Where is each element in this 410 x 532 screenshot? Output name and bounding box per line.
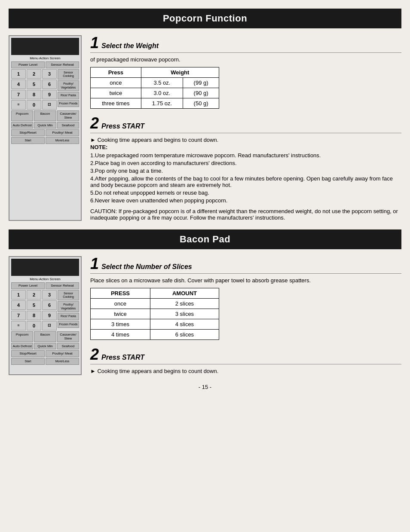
panel-auto-defrost-btn[interactable]: Auto Defrost <box>11 122 33 129</box>
bacon-step2-block: 2 Press START ► Cooking time appears and… <box>90 347 401 374</box>
bacon-panel-btn-3[interactable]: 3 <box>42 290 57 300</box>
popcorn-table-header-weight: Weight <box>141 67 219 78</box>
panel-btn-7[interactable]: 7 <box>11 90 26 99</box>
bacon-panel-autodefrost-row: Auto Defrost Quick Min Seafood <box>11 343 79 350</box>
bacon-panel-sensor-reheat-btn[interactable]: Sensor Reheat <box>46 282 79 289</box>
bacon-amount-4: 6 slices <box>150 330 219 340</box>
bacon-panel-btn-5[interactable]: 5 <box>27 300 41 310</box>
bacon-panel-btn-6[interactable]: 6 <box>42 300 57 310</box>
popcorn-step2-title: Press START <box>101 122 144 130</box>
bacon-panel-poultry-meat-btn[interactable]: Poultry/ Meat <box>46 350 79 357</box>
panel-screen-label: Menu Action Screen <box>11 56 79 60</box>
panel-poultry-meat-btn[interactable]: Poultry/ Meat <box>46 129 79 136</box>
panel-more-less-btn[interactable]: More/Less <box>46 137 79 144</box>
panel-sensor-cooking-btn[interactable]: Sensor Cooking <box>58 69 79 80</box>
panel-autodefrost-row: Auto Defrost Quick Min Seafood <box>11 122 79 129</box>
popcorn-step1-number: 1 <box>90 35 99 51</box>
bacon-step1-desc: Place slices on a microwave safe dish. C… <box>90 277 401 284</box>
panel-stopreset-row: Stop/Reset Poultry/ Meat <box>11 129 79 136</box>
bacon-step1-title: Select the Number of Slices <box>101 263 192 271</box>
bacon-panel-screen <box>11 259 79 276</box>
bacon-panel-power-row: Power Level Sensor Reheat <box>11 282 79 289</box>
panel-btn-func[interactable]: ⊡ <box>42 100 57 110</box>
bacon-panel-sensor-cooking-btn[interactable]: Sensor Cooking <box>58 290 79 301</box>
bacon-panel-btn-2[interactable]: 2 <box>27 290 41 300</box>
popcorn-microwave-panel: Menu Action Screen Power Level Sensor Re… <box>9 35 82 221</box>
bacon-section-content: Menu Action Screen Power Level Sensor Re… <box>9 256 401 375</box>
bacon-panel-btn-1[interactable]: 1 <box>11 290 26 300</box>
popcorn-notes-list: 1.Use prepackaged room temperature micro… <box>90 152 401 204</box>
panel-btn-2[interactable]: 2 <box>27 69 41 79</box>
bacon-panel-quick-min-btn[interactable]: Quick Min <box>34 343 56 350</box>
bacon-panel-btn-9[interactable]: 9 <box>42 311 57 320</box>
panel-btn-5[interactable]: 5 <box>27 79 41 89</box>
bacon-panel-stop-reset-btn[interactable]: Stop/Reset <box>11 350 45 357</box>
panel-sensor-reheat-btn[interactable]: Sensor Reheat <box>46 61 79 68</box>
bacon-panel-btn-7[interactable]: 7 <box>11 311 26 320</box>
bacon-panel-popcorn-btn[interactable]: Popcorn <box>11 331 33 342</box>
bacon-press-4: 4 times <box>91 330 150 340</box>
panel-poultry-veg-btn[interactable]: Poultry/ Vegetables <box>58 80 79 91</box>
panel-quick-min-btn[interactable]: Quick Min <box>34 122 56 129</box>
bacon-panel-btn-func[interactable]: ⊡ <box>42 321 57 330</box>
bacon-step2-number: 2 <box>90 347 99 362</box>
table-row: twice 3.0 oz. (90 g) <box>91 88 219 98</box>
bacon-panel-start-btn[interactable]: Start <box>11 358 45 365</box>
panel-num-grid: 1 2 3 4 5 6 7 8 9 ≡ 0 ⊡ <box>11 69 57 110</box>
popcorn-step1-desc: of prepackaged microwave popcorn. <box>90 56 401 63</box>
table-row: once 2 slices <box>91 299 219 309</box>
panel-frozen-foods-btn[interactable]: Frozen Foods <box>58 100 79 107</box>
bacon-section-header: Bacon Pad <box>9 229 401 249</box>
popcorn-press-1: once <box>91 78 141 88</box>
panel-btn-8[interactable]: 8 <box>27 90 41 99</box>
bacon-panel-btn-8[interactable]: 8 <box>27 311 41 320</box>
panel-popcorn-btn[interactable]: Popcorn <box>11 110 33 121</box>
bacon-panel-start-row: Start More/Less <box>11 358 79 365</box>
panel-start-row: Start More/Less <box>11 137 79 144</box>
bacon-table-header-amount: AMOUNT <box>150 288 219 299</box>
popcorn-right-content: 1 Select the Weight of prepackaged micro… <box>90 35 401 221</box>
bacon-press-1: once <box>91 299 150 309</box>
popcorn-step2-number: 2 <box>90 116 99 131</box>
bacon-panel-side-buttons: Sensor Cooking Poultry/ Vegetables Rice/… <box>58 290 79 330</box>
panel-btn-timer[interactable]: ≡ <box>11 100 26 110</box>
panel-seafood-btn[interactable]: Seafood <box>57 122 79 129</box>
panel-btn-4[interactable]: 4 <box>11 79 26 89</box>
popcorn-press-3: three times <box>91 98 141 109</box>
bacon-panel-auto-defrost-btn[interactable]: Auto Defrost <box>11 343 33 350</box>
bacon-amount-2: 3 slices <box>150 309 219 319</box>
panel-power-level-btn[interactable]: Power Level <box>11 61 45 68</box>
panel-btn-6[interactable]: 6 <box>42 79 57 89</box>
bacon-panel-btn-4[interactable]: 4 <box>11 300 26 310</box>
panel-btn-9[interactable]: 9 <box>42 90 57 99</box>
panel-casserole-btn[interactable]: Casserole/ Stew <box>57 110 79 121</box>
panel-stop-reset-btn[interactable]: Stop/Reset <box>11 129 45 136</box>
popcorn-step2-desc: ► Cooking time appears and begins to cou… <box>90 137 401 143</box>
popcorn-weight-oz-2: 3.0 oz. <box>141 88 183 98</box>
popcorn-weight-g-2: (90 g) <box>183 88 219 98</box>
bacon-panel-casserole-btn[interactable]: Casserole/ Stew <box>57 331 79 342</box>
bacon-panel-btn-timer[interactable]: ≡ <box>11 321 26 330</box>
list-item: 6.Never leave oven unattended when poppi… <box>90 197 401 204</box>
bacon-panel-btn-0[interactable]: 0 <box>27 321 41 330</box>
panel-start-btn[interactable]: Start <box>11 137 45 144</box>
panel-power-row: Power Level Sensor Reheat <box>11 61 79 68</box>
panel-popcorn-row: Popcorn Bacon Casserole/ Stew <box>11 110 79 121</box>
panel-rice-pasta-btn[interactable]: Rice/ Pasta <box>58 92 79 99</box>
bacon-panel-bacon-btn[interactable]: Bacon <box>34 331 56 342</box>
bacon-panel-rice-pasta-btn[interactable]: Rice/ Pasta <box>58 313 79 320</box>
popcorn-caution-text: CAUTION: If pre-packaged popcorn is of a… <box>90 208 398 221</box>
bacon-panel-poultry-veg-btn[interactable]: Poultry/ Vegetables <box>58 301 79 312</box>
table-row: 4 times 6 slices <box>91 330 219 340</box>
panel-btn-0[interactable]: 0 <box>27 100 41 110</box>
panel-num-side-row: 1 2 3 4 5 6 7 8 9 ≡ 0 ⊡ Sensor Cooking P… <box>11 69 79 110</box>
panel-btn-3[interactable]: 3 <box>42 69 57 79</box>
bacon-panel-seafood-btn[interactable]: Seafood <box>57 343 79 350</box>
bacon-panel-frozen-foods-btn[interactable]: Frozen Foods <box>58 321 79 328</box>
bacon-panel-screen-label: Menu Action Screen <box>11 277 79 281</box>
panel-bacon-btn[interactable]: Bacon <box>34 110 56 121</box>
bacon-panel-more-less-btn[interactable]: More/Less <box>46 358 79 365</box>
popcorn-step1-heading: 1 Select the Weight <box>90 35 401 53</box>
panel-btn-1[interactable]: 1 <box>11 69 26 79</box>
bacon-panel-power-level-btn[interactable]: Power Level <box>11 282 45 289</box>
